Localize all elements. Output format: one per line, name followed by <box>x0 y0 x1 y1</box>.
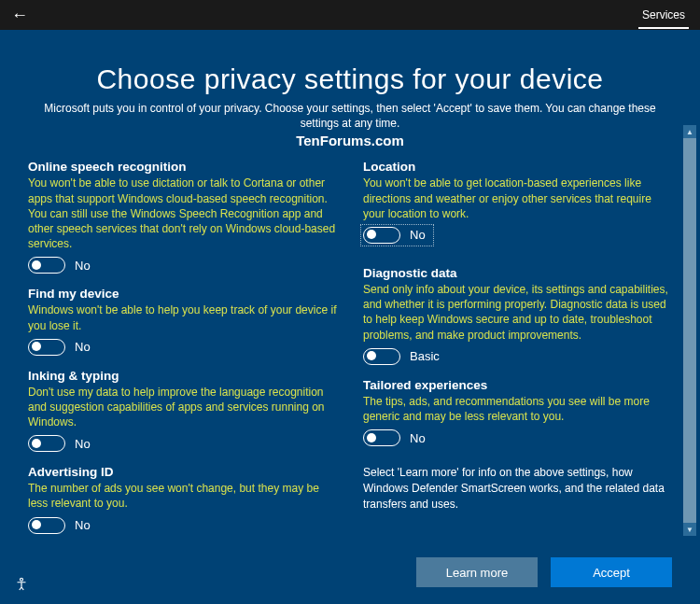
toggle-label: No <box>410 228 426 242</box>
setting-title: Location <box>363 160 672 174</box>
learn-more-button[interactable]: Learn more <box>416 557 538 587</box>
toggle-knob-icon <box>32 520 41 529</box>
setting-desc: The number of ads you see won't change, … <box>28 481 337 511</box>
setting-desc: Don't use my data to help improve the la… <box>28 385 337 430</box>
settings-columns: Online speech recognition You won't be a… <box>28 160 672 516</box>
scrollbar-thumb[interactable] <box>683 138 696 523</box>
accept-button[interactable]: Accept <box>551 557 672 587</box>
page-title: Choose privacy settings for your device <box>28 63 672 95</box>
setting-title: Advertising ID <box>28 465 337 479</box>
toggle-row: No <box>28 339 337 356</box>
svg-point-0 <box>21 578 23 581</box>
setting-title: Inking & typing <box>28 369 337 383</box>
toggle-row: No <box>363 227 431 244</box>
toggle-row: Basic <box>363 348 672 365</box>
watermark-text: TenForums.com <box>28 133 672 148</box>
toggle-knob-icon <box>32 342 41 351</box>
toggle-knob-icon <box>367 351 376 360</box>
setting-title: Online speech recognition <box>28 160 337 174</box>
toggle-knob-icon <box>32 439 41 448</box>
oobe-privacy-page: Choose privacy settings for your device … <box>0 30 700 604</box>
scroll-up-icon[interactable]: ▲ <box>683 125 696 138</box>
toggle-label: No <box>75 340 91 354</box>
toggle-label: No <box>75 259 91 273</box>
footer-buttons: Learn more Accept <box>416 557 672 587</box>
title-bar: ← Services <box>0 0 700 30</box>
toggle-row: No <box>28 435 337 452</box>
learn-more-info-text: Select 'Learn more' for info on the abov… <box>363 465 672 512</box>
toggle-label: No <box>410 431 426 445</box>
toggle-knob-icon <box>367 433 376 442</box>
toggle-row: No <box>363 429 672 446</box>
setting-location: Location You won't be able to get locati… <box>363 160 672 244</box>
setting-title: Tailored experiences <box>363 378 672 392</box>
setting-desc: You won't be able to use dictation or ta… <box>28 176 337 251</box>
scroll-down-icon[interactable]: ▼ <box>683 523 696 536</box>
setting-tailored-experiences: Tailored experiences The tips, ads, and … <box>363 378 672 446</box>
setting-advertising-id: Advertising ID The number of ads you see… <box>28 465 337 533</box>
setting-desc: You won't be able to get location-based … <box>363 176 672 221</box>
toggle-label: Basic <box>410 349 440 363</box>
setting-find-my-device: Find my device Windows won't be able to … <box>28 287 337 355</box>
toggle-switch[interactable] <box>363 429 400 446</box>
toggle-knob-icon <box>367 230 376 239</box>
toggle-switch[interactable] <box>28 435 65 452</box>
setting-inking-typing: Inking & typing Don't use my data to hel… <box>28 369 337 453</box>
setting-desc: Windows won't be able to help you keep t… <box>28 302 337 332</box>
toggle-knob-icon <box>32 260 41 270</box>
tab-services[interactable]: Services <box>638 1 689 29</box>
toggle-label: No <box>75 437 91 451</box>
setting-desc: Send only info about your device, its se… <box>363 282 672 343</box>
tab-strip: Services <box>638 1 689 29</box>
right-column: Location You won't be able to get locati… <box>363 160 672 516</box>
page-subtitle: Microsoft puts you in control of your pr… <box>42 101 658 131</box>
back-arrow-icon[interactable]: ← <box>11 6 28 25</box>
ease-of-access-icon[interactable] <box>13 576 32 595</box>
scrollbar[interactable]: ▲ ▼ <box>683 125 696 536</box>
left-column: Online speech recognition You won't be a… <box>28 160 337 516</box>
setting-title: Diagnostic data <box>363 266 672 280</box>
toggle-switch[interactable] <box>363 227 400 244</box>
toggle-switch[interactable] <box>28 339 65 356</box>
scrollbar-track[interactable] <box>683 138 696 523</box>
toggle-switch[interactable] <box>28 517 65 534</box>
toggle-switch[interactable] <box>28 257 65 274</box>
setting-desc: The tips, ads, and recommendations you s… <box>363 394 672 424</box>
setting-online-speech: Online speech recognition You won't be a… <box>28 160 337 274</box>
toggle-label: No <box>75 518 91 532</box>
setting-title: Find my device <box>28 287 337 301</box>
toggle-row: No <box>28 517 337 534</box>
setting-diagnostic-data: Diagnostic data Send only info about you… <box>363 266 672 365</box>
toggle-switch[interactable] <box>363 348 400 365</box>
toggle-row: No <box>28 257 337 274</box>
